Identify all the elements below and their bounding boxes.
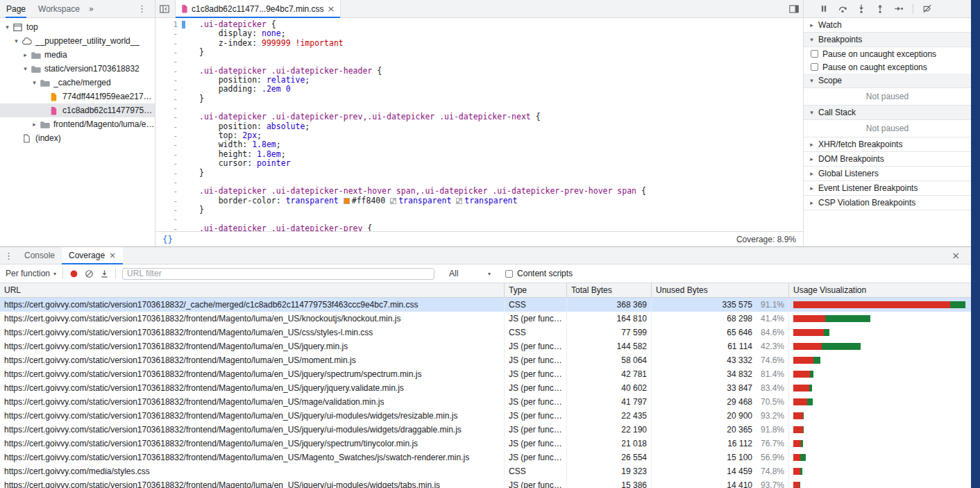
usage-bar: [793, 426, 804, 433]
close-coverage-tab-icon[interactable]: ×: [109, 251, 116, 260]
url-filter-input[interactable]: [122, 268, 434, 280]
section-watch[interactable]: ▸Watch: [804, 18, 971, 33]
tree-item-774dff441f959eae217081[interactable]: 774dff441f959eae217081...: [0, 90, 155, 103]
tree-item-top[interactable]: ▾top: [0, 20, 155, 34]
section-csp-violation-breakpoints[interactable]: ▸CSP Violation Breakpoints: [804, 196, 971, 210]
column-header-url[interactable]: URL: [0, 283, 505, 297]
panel-toggle-icon[interactable]: [785, 0, 803, 17]
total-bytes-cell: 19 323: [567, 464, 652, 478]
unused-bytes-cell: 33 84783.4%: [652, 381, 789, 395]
type-cell: JS (per function): [505, 451, 567, 464]
section-scope[interactable]: ▾Scope: [804, 74, 971, 88]
section-event-listener-breakpoints[interactable]: ▸Event Listener Breakpoints: [804, 181, 971, 196]
column-header-type[interactable]: Type: [505, 283, 567, 297]
deactivate-breakpoints-icon[interactable]: [922, 4, 932, 13]
toggle-navigator-icon[interactable]: [155, 0, 174, 17]
table-row[interactable]: https://cert.goivvy.com/static/version17…: [0, 312, 971, 326]
tree-item-puppeteer-utility-world[interactable]: ▾__puppeteer_utility_world__: [0, 34, 155, 48]
drawer-tab-coverage[interactable]: Coverage×: [62, 247, 123, 264]
table-row[interactable]: https://cert.goivvy.com/static/version17…: [0, 298, 971, 312]
pause-on-caught-exceptions-checkbox[interactable]: Pause on caught exceptions: [804, 60, 971, 74]
tree-item-c1c8adb62c114779753f4[interactable]: c1c8adb62c114779753f4...: [0, 103, 155, 117]
url-cell: https://cert.goivvy.com/static/version17…: [0, 451, 505, 464]
close-tab-icon[interactable]: ×: [328, 3, 335, 14]
expander-icon[interactable]: ▾: [3, 24, 12, 31]
expander-icon[interactable]: ▾: [30, 79, 39, 86]
tree-item-label: frontend/Magento/luma/en_: [53, 119, 155, 129]
column-header-total-bytes[interactable]: Total Bytes: [567, 283, 652, 297]
step-into-icon[interactable]: [856, 4, 866, 13]
table-row[interactable]: https://cert.goivvy.com/static/version17…: [0, 451, 971, 464]
section-call-stack[interactable]: ▾Call Stack: [804, 106, 971, 120]
content-scripts-checkbox[interactable]: Content scripts: [505, 269, 573, 278]
expander-icon[interactable]: ▾: [12, 37, 21, 44]
table-row[interactable]: https://cert.goivvy.com/static/version17…: [0, 381, 971, 395]
table-row[interactable]: https://cert.goivvy.com/static/version17…: [0, 478, 971, 488]
per-function-dropdown[interactable]: Per function ▾: [6, 269, 56, 278]
expander-icon: ▸: [807, 170, 816, 177]
expander-icon[interactable]: ▸: [21, 51, 30, 58]
navigator-tab-workspace[interactable]: Workspace: [32, 0, 86, 17]
tree-item-label: _cache/merged: [53, 78, 111, 87]
code-line: -}: [155, 94, 803, 103]
url-cell: https://cert.goivvy.com/static/version17…: [0, 353, 505, 367]
table-row[interactable]: https://cert.goivvy.com/static/version17…: [0, 326, 971, 339]
export-button[interactable]: [100, 269, 109, 278]
line-number: -: [155, 103, 180, 112]
unused-percent: 81.4%: [752, 369, 784, 379]
coverage-record-button[interactable]: [69, 269, 78, 278]
section-dom-breakpoints[interactable]: ▸DOM Breakpoints: [804, 152, 971, 167]
tree-item-index[interactable]: (index): [0, 131, 155, 145]
drawer-tabbar-tabs: ConsoleCoverage×: [17, 247, 123, 264]
line-number: -: [155, 178, 180, 187]
section-breakpoints[interactable]: ▾Breakpoints: [804, 33, 971, 47]
type-cell: JS (per function): [505, 367, 567, 381]
type-filter-dropdown[interactable]: All ▾: [449, 269, 491, 278]
tree-item-frontend-magento-luma-en[interactable]: ▸frontend/Magento/luma/en_: [0, 117, 155, 131]
table-row[interactable]: https://cert.goivvy.com/static/version17…: [0, 367, 971, 381]
step-out-icon[interactable]: [875, 4, 885, 13]
table-row[interactable]: https://cert.goivvy.com/static/version17…: [0, 423, 971, 437]
pause-on-uncaught-exceptions-checkbox[interactable]: Pause on uncaught exceptions: [804, 47, 971, 60]
type-cell: JS (per function): [505, 409, 567, 423]
tree-item-cache-merged[interactable]: ▾_cache/merged: [0, 76, 155, 90]
unused-percent: 74.8%: [752, 466, 784, 476]
table-row[interactable]: https://cert.goivvy.com/static/version17…: [0, 339, 971, 353]
section-label: Event Listener Breakpoints: [818, 183, 918, 193]
line-number: -: [155, 196, 180, 205]
editor-tab[interactable]: c1c8adb62c11477...9e4bc7.min.css ×: [175, 0, 341, 17]
file-pink-icon: [48, 106, 60, 115]
pretty-print-icon[interactable]: {}: [162, 234, 173, 244]
expander-icon[interactable]: ▾: [21, 65, 30, 72]
clear-button[interactable]: [85, 269, 94, 278]
section-xhr-fetch-breakpoints[interactable]: ▸XHR/fetch Breakpoints: [804, 137, 971, 152]
table-row[interactable]: https://cert.goivvy.com/static/version17…: [0, 395, 971, 409]
table-row[interactable]: https://cert.goivvy.com/static/version17…: [0, 353, 971, 367]
column-header-usage-visualization[interactable]: Usage Visualization: [789, 283, 971, 297]
unused-percent: 70.5%: [752, 397, 784, 407]
column-header-unused-bytes[interactable]: Unused Bytes: [652, 283, 789, 297]
pause-icon[interactable]: [819, 4, 829, 13]
navigator-tab-page[interactable]: Page: [0, 0, 32, 17]
tree-item-media[interactable]: ▸media: [0, 48, 155, 62]
navigator-menu-icon[interactable]: ⋮: [133, 3, 151, 14]
usage-cell: [789, 409, 971, 423]
code-lines[interactable]: 1.ui-datepicker {- display: none;- z-ind…: [155, 18, 803, 231]
table-row[interactable]: https://cert.goivvy.com/media/styles.css…: [0, 464, 971, 478]
drawer-menu-icon[interactable]: ⋮: [0, 251, 17, 261]
code-line: -.ui-datepicker .ui-datepicker-header {: [155, 67, 803, 76]
expander-icon[interactable]: ▸: [30, 121, 39, 128]
type-cell: JS (per function): [505, 478, 567, 488]
type-cell: CSS: [505, 326, 567, 339]
section-global-listeners[interactable]: ▸Global Listeners: [804, 167, 971, 181]
step-over-icon[interactable]: [838, 4, 847, 13]
type-cell: JS (per function): [505, 353, 567, 367]
usage-cell: [789, 464, 971, 478]
close-drawer-icon[interactable]: ×: [952, 250, 960, 261]
more-tabs-icon[interactable]: »: [86, 4, 96, 14]
step-icon[interactable]: [894, 4, 904, 13]
table-row[interactable]: https://cert.goivvy.com/static/version17…: [0, 409, 971, 423]
drawer-tab-console[interactable]: Console: [17, 247, 62, 264]
table-row[interactable]: https://cert.goivvy.com/static/version17…: [0, 437, 971, 451]
tree-item-static-version1703618832[interactable]: ▾static/version1703618832: [0, 62, 155, 76]
